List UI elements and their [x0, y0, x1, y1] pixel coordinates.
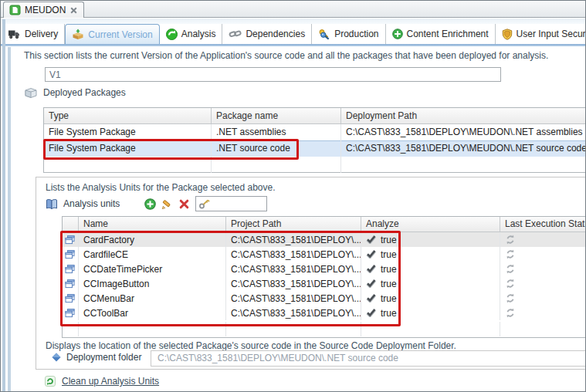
analysis-unit-icon: [65, 265, 75, 274]
tab-content-enrichment[interactable]: Content Enrichment: [386, 24, 496, 44]
version-input[interactable]: [45, 67, 501, 82]
packages-column-header[interactable]: Type: [44, 108, 212, 123]
analysis-green-arrow-icon: [166, 29, 178, 40]
execution-status-refresh-icon: [505, 249, 516, 259]
tab-dependencies[interactable]: Dependencies: [222, 24, 312, 44]
analysis-unit-row[interactable]: CCImageButtonC:\CAST\833_1581\DEPLOY\...…: [63, 276, 586, 291]
analysis-unit-icon: [65, 279, 75, 289]
tab-delivery[interactable]: Delivery: [2, 24, 65, 44]
package-row[interactable]: File System Package.NET source codeC:\CA…: [44, 140, 586, 157]
analysis-units-toolbar: Analysis units: [46, 195, 267, 212]
analysis-unit-row[interactable]: CardFactoryC:\CAST\833_1581\DEPLOY\...tr…: [63, 232, 586, 247]
analyze-value: true: [381, 262, 397, 276]
tab-label: Delivery: [25, 29, 58, 39]
analyze-checkbox[interactable]: [366, 265, 376, 273]
view-tab-bar: DeliveryCurrent VersionAnalysisDependenc…: [2, 24, 586, 44]
analysis-units-label: Analysis units: [63, 198, 120, 209]
analyze-value: true: [381, 292, 397, 306]
tab-label: User Input Security: [517, 29, 586, 39]
tab-accent-strip: [1, 44, 585, 46]
package-type-cell: File System Package: [44, 140, 212, 157]
tab-analysis[interactable]: Analysis: [160, 24, 223, 44]
keys-icon: [318, 29, 330, 40]
execution-status-refresh-icon: [505, 279, 516, 289]
analysis-unit-path-cell: C:\CAST\833_1581\DEPLOY\...: [226, 291, 361, 306]
chain-links-icon: [229, 29, 242, 39]
analysis-unit-row[interactable]: CCToolBarC:\CAST\833_1581\DEPLOY\...true: [63, 306, 586, 320]
filter-input[interactable]: [212, 198, 259, 209]
tab-user-input-security[interactable]: User Input Security: [496, 24, 586, 44]
delete-x-icon[interactable]: [175, 196, 192, 211]
left-border-strip: [2, 19, 5, 391]
packages-column-header[interactable]: Package name: [212, 108, 341, 123]
package-row[interactable]: File System Package.NET assembliesC:\CAS…: [44, 124, 586, 140]
analysis-unit-name-cell: CCMenuBar: [79, 291, 226, 306]
package-name-cell: .NET assemblies: [212, 124, 341, 140]
analysis-unit-name-cell: CardFactory: [79, 232, 226, 247]
deployed-packages-header: Deployed Packages: [24, 87, 126, 98]
analysis-unit-row[interactable]: CCDateTimePickerC:\CAST\833_1581\DEPLOY\…: [63, 262, 586, 276]
package-path-cell: C:\CAST\833_1581\DEPLOY\MEUDON\.NET sour…: [341, 140, 586, 157]
diamond-icon: [52, 353, 61, 362]
analysis-units-column-header[interactable]: Project Path: [226, 217, 361, 231]
close-icon[interactable]: [69, 6, 78, 15]
analysis-unit-empty-row: [63, 320, 586, 337]
analyze-checkbox[interactable]: [366, 250, 376, 259]
analysis-unit-row[interactable]: CCMenuBarC:\CAST\833_1581\DEPLOY\...true: [63, 291, 586, 306]
analysis-units-column-header[interactable]: Name: [79, 217, 226, 231]
analysis-units-column-header[interactable]: Analyze: [361, 217, 500, 231]
analysis-unit-icon: [65, 294, 75, 303]
packages-column-header[interactable]: Deployment Path: [341, 108, 586, 123]
execution-status-refresh-icon: [505, 308, 516, 318]
analysis-unit-icon: [65, 309, 75, 318]
execution-status-refresh-icon: [505, 264, 516, 274]
section-intro-text: This section lists the current Version o…: [24, 50, 548, 61]
editor-tab-meudon[interactable]: MEUDON: [3, 2, 84, 18]
analysis-unit-name-cell: CCToolBar: [79, 306, 226, 320]
packages-header-row: TypePackage nameDeployment Path: [44, 108, 586, 124]
editor-header-gap: [1, 19, 585, 24]
deployment-folder-description: Displays the location of the selected Pa…: [46, 340, 456, 351]
package-name-cell: .NET source code: [212, 140, 341, 157]
green-plus-icon: [392, 29, 403, 39]
analyze-checkbox[interactable]: [366, 235, 376, 244]
form-left-strip: [8, 47, 11, 391]
analysis-unit-path-cell: C:\CAST\833_1581\DEPLOY\...: [226, 247, 361, 262]
analysis-unit-name-cell: CCImageButton: [79, 276, 226, 291]
key-icon: [198, 198, 211, 210]
analysis-unit-path-cell: C:\CAST\833_1581\DEPLOY\...: [226, 306, 361, 320]
tab-label: Current Version: [88, 29, 152, 40]
deployed-packages-title: Deployed Packages: [43, 87, 126, 98]
package-icon: [24, 87, 38, 98]
analyze-value: true: [381, 248, 397, 262]
analysis-unit-path-cell: C:\CAST\833_1581\DEPLOY\...: [226, 262, 361, 276]
analysis-units-groupbox: Lists the Analysis Units for the Package…: [36, 177, 586, 370]
tab-label: Production: [334, 29, 378, 39]
analyze-value: true: [381, 277, 397, 291]
edit-pencil-icon[interactable]: [158, 196, 175, 211]
deployment-folder-label: Deployment folder: [66, 352, 141, 363]
add-analysis-unit-button[interactable]: [141, 196, 158, 211]
editor-tab-strip: MEUDON: [1, 1, 585, 18]
analysis-units-column-header[interactable]: Last Execution Status: [500, 217, 586, 231]
analysis-unit-icon: [65, 250, 75, 259]
cleanup-row: Clean up Analysis Units: [45, 376, 159, 387]
cleanup-analysis-units-link[interactable]: Clean up Analysis Units: [62, 376, 159, 387]
analysis-unit-filter-box[interactable]: [195, 196, 267, 211]
package-path-cell: C:\CAST\833_1581\DEPLOY\MEUDON\.NET asse…: [341, 124, 586, 140]
analysis-unit-path-cell: C:\CAST\833_1581\DEPLOY\...: [226, 232, 361, 247]
analysis-unit-path-cell: C:\CAST\833_1581\DEPLOY\...: [226, 276, 361, 291]
deployment-folder-row: Deployment folder: [52, 352, 141, 363]
cleanup-refresh-icon: [45, 376, 56, 387]
package-empty-row: [44, 157, 586, 173]
analysis-units-description: Lists the Analysis Units for the Package…: [46, 182, 276, 193]
tab-current-version[interactable]: Current Version: [65, 24, 159, 44]
analyze-checkbox[interactable]: [366, 294, 376, 302]
analyze-checkbox[interactable]: [366, 309, 376, 317]
analysis-unit-icon: [65, 235, 75, 245]
analyze-checkbox[interactable]: [366, 279, 376, 288]
analysis-unit-row[interactable]: CardfileCEC:\CAST\833_1581\DEPLOY\...tru…: [63, 247, 586, 262]
deployment-folder-field[interactable]: C:\CAST\833_1581\DEPLOY\MEUDON\.NET sour…: [151, 350, 586, 367]
current-version-box-icon: [72, 29, 84, 41]
tab-production[interactable]: Production: [312, 24, 385, 44]
